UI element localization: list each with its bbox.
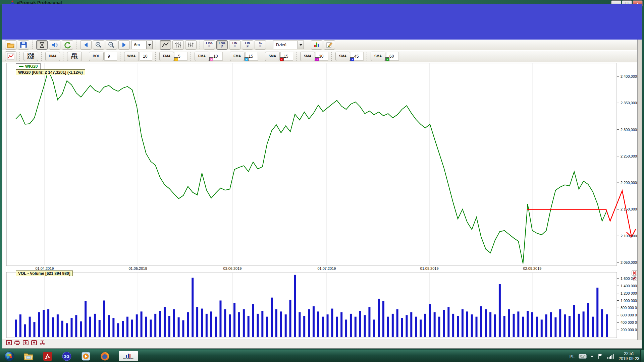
indicator-sma-60-badge: 4 [385, 57, 389, 61]
indicator-sma-45-value[interactable]: 453 [351, 52, 364, 61]
indicator-sma-30-button[interactable]: SMA [300, 52, 315, 61]
keyboard-icon[interactable] [579, 354, 587, 359]
settings-icon[interactable] [39, 340, 46, 346]
svg-text:2 200,0000: 2 200,0000 [621, 181, 639, 185]
scale-button-log-=[interactable]: LOG= [204, 40, 215, 50]
indicator-ema-5-button[interactable]: EMA [159, 52, 174, 61]
open-button[interactable] [5, 40, 16, 50]
chart-canvas[interactable]: 2 400,00002 350,00002 300,00002 250,0000… [2, 62, 642, 339]
range-value: 6m [131, 41, 146, 49]
save-button[interactable] [18, 40, 29, 50]
svg-text:2 300,0000: 2 300,0000 [621, 128, 639, 132]
volume-settings-button[interactable] [632, 276, 637, 281]
app-window: 6m LOG=LOG≠LIN=LIN≠%= Dzień [2, 4, 642, 349]
series-legend[interactable]: WIG20 [16, 63, 41, 69]
indicator-wma-button[interactable]: WMA [124, 52, 139, 61]
toolbar-separator [226, 52, 227, 61]
scale-button-lin-=[interactable]: LIN= [229, 40, 240, 50]
toolbar-separator [63, 52, 64, 61]
indicator-ema-10-button[interactable]: EMA [195, 52, 209, 61]
taskbar-app-epromak[interactable]: ePROMAK [119, 351, 138, 361]
svg-text:2 250,0000: 2 250,0000 [621, 154, 639, 158]
candlestick-chart-type-button[interactable] [172, 40, 184, 50]
history-hourglass-button[interactable] [36, 40, 48, 50]
toolbar-separator [85, 52, 86, 61]
indicator-sma-60-value[interactable]: 604 [386, 52, 399, 61]
snapshot-icon[interactable] [6, 340, 12, 346]
network-signal-icon[interactable] [607, 354, 614, 359]
3g-app-icon[interactable]: 3G [60, 351, 73, 362]
zoom-out-button[interactable] [106, 40, 117, 50]
indicator-par-sar-button[interactable]: PARSAR [23, 52, 38, 61]
language-indicator[interactable]: PL [570, 354, 575, 359]
indicator-bol: BOL9 [89, 51, 117, 61]
edit-button[interactable] [324, 40, 335, 50]
indicator-piv-pts: PIVPTS [67, 51, 82, 61]
line-chart-type-button[interactable] [160, 40, 171, 50]
indicator-sma-15-value[interactable]: 151 [280, 52, 293, 61]
show-desktop-button[interactable] [640, 350, 644, 362]
indicator-sma-60-button[interactable]: SMA [371, 52, 385, 61]
media-player-icon[interactable] [79, 351, 93, 362]
toolbar-separator [156, 41, 157, 49]
firefox-icon[interactable] [98, 351, 112, 362]
chevron-down-icon[interactable] [146, 41, 152, 49]
chevron-down-icon[interactable] [298, 41, 304, 49]
volume-tooltip: VOL - Volume [621 894 980] [16, 270, 73, 276]
clock[interactable]: 22:51 2019-09-23 [619, 351, 639, 361]
refresh-button[interactable] [62, 40, 73, 50]
indicator-wma-value[interactable]: 10 [140, 52, 152, 61]
scale-button-lin-≠[interactable]: LIN≠ [242, 40, 253, 50]
right-scroll-strip[interactable] [637, 40, 642, 340]
indicator-sma-30: SMA302 [300, 51, 328, 61]
indicator-dma: DMA [45, 51, 60, 61]
sound-button[interactable] [49, 40, 60, 50]
indicator-ema-10-badge: 2 [209, 57, 213, 61]
indicator-sma-30-value[interactable]: 302 [316, 52, 328, 61]
indicator-sma-60: SMA604 [371, 51, 399, 61]
range-select[interactable]: 6m [131, 41, 153, 49]
download-icon[interactable] [22, 340, 29, 346]
indicator-par-sar: PARSAR [23, 51, 38, 61]
indicator-sma-15: SMA151 [265, 51, 293, 61]
bar-chart-type-button[interactable] [185, 40, 197, 50]
indicator-ema-15-button[interactable]: EMA [230, 52, 245, 61]
main-toolbar: 6m LOG=LOG≠LIN=LIN≠%= Dzień [2, 40, 642, 50]
scale-button-%-=[interactable]: %= [255, 40, 266, 50]
indicator-bol-button[interactable]: BOL [89, 52, 104, 61]
print-icon[interactable] [14, 340, 20, 346]
indicator-bol-value[interactable]: 9 [104, 52, 117, 61]
interval-select[interactable]: Dzień [273, 41, 304, 49]
indicator-sma-45-button[interactable]: SMA [335, 52, 350, 61]
svg-text:03.06.2019: 03.06.2019 [223, 266, 241, 270]
start-button[interactable] [3, 351, 16, 362]
statistics-button[interactable] [311, 40, 322, 50]
indicator-dma-button[interactable]: DMA [45, 52, 60, 61]
action-center-flag-icon[interactable] [597, 353, 603, 359]
epromak-label: ePROMAK [123, 358, 134, 360]
adobe-reader-icon[interactable] [41, 351, 54, 362]
scale-button-log-≠[interactable]: LOG≠ [216, 40, 228, 50]
price-tooltip: WIG20 [Kurs: 2 147,3201] (-1,12%) [16, 69, 85, 75]
svg-text:2 150,0000: 2 150,0000 [621, 207, 639, 211]
indicator-chart-icon-button[interactable] [5, 51, 16, 61]
epromak-icon [125, 353, 131, 358]
indicator-ema-15-value[interactable]: 153 [245, 52, 258, 61]
toolbar-separator [200, 41, 201, 49]
upload-icon[interactable] [31, 340, 37, 346]
interval-value: Dzień [273, 41, 298, 49]
toolbar-separator [41, 52, 42, 61]
scroll-right-button[interactable] [118, 40, 130, 50]
price-volume-chart: 2 400,00002 350,00002 300,00002 250,0000… [2, 62, 642, 339]
show-hidden-icons[interactable] [590, 355, 594, 357]
indicator-ema-10-value[interactable]: 102 [210, 52, 223, 61]
indicator-sma-15-button[interactable]: SMA [265, 52, 280, 61]
explorer-icon[interactable] [22, 351, 35, 362]
toolbar-separator [331, 52, 332, 61]
indicator-ema-5-value[interactable]: 51 [175, 52, 187, 61]
volume-close-button[interactable] [632, 270, 637, 276]
svg-text:2 100,0000: 2 100,0000 [621, 234, 639, 238]
zoom-in-button[interactable] [93, 40, 104, 50]
indicator-piv-pts-button[interactable]: PIVPTS [67, 52, 82, 61]
scroll-left-button[interactable] [80, 40, 92, 50]
